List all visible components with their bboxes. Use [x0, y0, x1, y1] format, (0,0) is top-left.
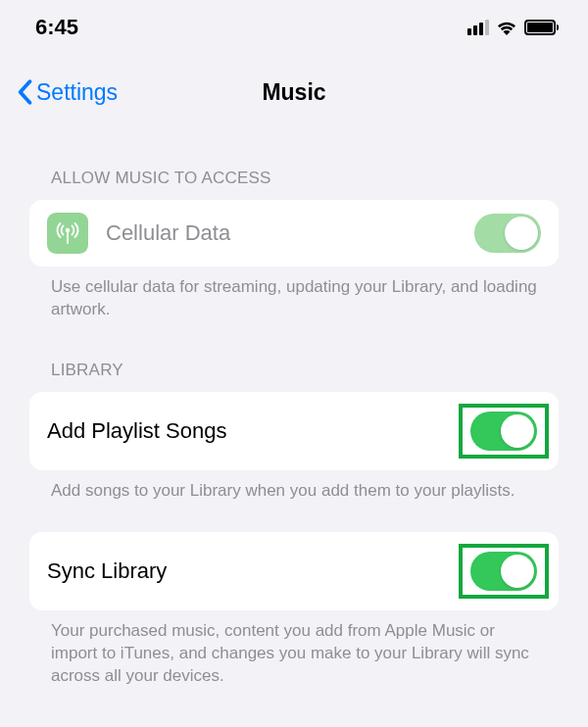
status-bar: 6:45: [0, 0, 588, 49]
page-title: Music: [262, 79, 325, 106]
section-library: LIBRARY Add Playlist Songs Add songs to …: [0, 361, 588, 688]
cellular-data-label: Cellular Data: [106, 220, 457, 246]
cellular-antenna-icon: [47, 213, 88, 254]
highlight-box-add-playlist: [459, 404, 549, 459]
back-button[interactable]: Settings: [16, 79, 118, 106]
add-playlist-songs-label: Add Playlist Songs: [47, 418, 441, 444]
add-playlist-songs-footer: Add songs to your Library when you add t…: [29, 470, 559, 503]
sync-library-label: Sync Library: [47, 558, 441, 584]
battery-icon: [524, 20, 559, 35]
sync-library-footer: Your purchased music, content you add fr…: [29, 610, 559, 688]
section-header-library: LIBRARY: [29, 361, 559, 380]
row-add-playlist-songs[interactable]: Add Playlist Songs: [29, 392, 559, 470]
status-icons: [467, 20, 559, 35]
nav-bar: Settings Music: [0, 49, 588, 120]
cellular-data-toggle[interactable]: [474, 214, 541, 253]
row-sync-library[interactable]: Sync Library: [29, 532, 559, 610]
add-playlist-songs-toggle[interactable]: [470, 412, 537, 451]
row-cellular-data[interactable]: Cellular Data: [29, 200, 559, 267]
wifi-icon: [496, 20, 517, 35]
sync-library-toggle[interactable]: [470, 552, 537, 591]
section-access: ALLOW MUSIC TO ACCESS Cellular Data Use …: [0, 169, 588, 321]
chevron-left-icon: [16, 79, 33, 105]
highlight-box-sync-library: [459, 544, 549, 599]
section-header-access: ALLOW MUSIC TO ACCESS: [29, 169, 559, 188]
back-label: Settings: [36, 79, 118, 106]
cellular-signal-icon: [467, 20, 489, 35]
cellular-data-footer: Use cellular data for streaming, updatin…: [29, 267, 559, 321]
status-time: 6:45: [35, 15, 78, 40]
